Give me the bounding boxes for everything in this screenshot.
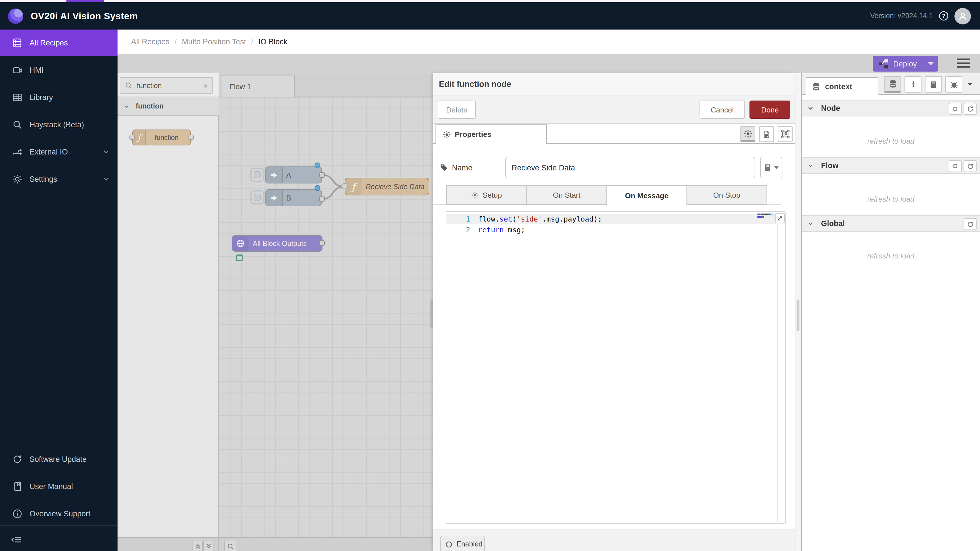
sidebar-item-external-io[interactable]: External IO (0, 139, 118, 164)
app-header: OV20i AI Vision System Version: v2024.14… (0, 2, 980, 30)
sidebar-item-settings[interactable]: Settings (0, 166, 118, 191)
tab-on-start[interactable]: On Start (527, 185, 607, 204)
global-context-placeholder: refresh to load (802, 252, 980, 260)
sidebar-item-software-update[interactable]: Software Update (0, 446, 118, 471)
deploy-dropdown[interactable] (923, 56, 938, 72)
context-section-global[interactable]: Global (802, 215, 980, 232)
node-context-copy-button[interactable] (949, 103, 962, 115)
name-input[interactable] (505, 157, 755, 178)
node-b-output-port[interactable] (319, 196, 325, 202)
dialog-scrollbar[interactable] (795, 73, 800, 551)
link-stub-a[interactable] (250, 167, 264, 182)
canvas-zoom-search-button[interactable] (224, 541, 236, 551)
main-menu-button[interactable] (957, 59, 970, 69)
collapse-sidebar-icon[interactable] (11, 535, 22, 544)
debug-bug-button[interactable] (945, 76, 963, 92)
help-book-button[interactable] (925, 76, 942, 92)
function-input-port[interactable] (342, 183, 347, 189)
code-editor[interactable]: 1 flow.set('side',msg.payload); 2 return… (446, 211, 786, 524)
edit-properties-button[interactable] (740, 126, 755, 142)
sidebar-item-label: User Manual (30, 482, 73, 490)
avatar[interactable] (955, 8, 971, 24)
sidebar-item-library[interactable]: Library (0, 84, 118, 110)
sidebar-item-user-manual[interactable]: User Manual (0, 474, 118, 499)
chevron-down-icon (807, 220, 814, 227)
name-label-options-button[interactable] (760, 157, 783, 178)
global-context-refresh-button[interactable] (964, 218, 977, 230)
canvas-vertical-scrollbar[interactable] (430, 299, 433, 328)
editor-scrollbar[interactable] (777, 225, 778, 522)
cancel-button[interactable]: Cancel (700, 100, 745, 119)
code-line-1[interactable]: 1 flow.set('side',msg.payload); (446, 213, 785, 225)
app-title: OV20i AI Vision System (31, 11, 138, 21)
node-recieve-side-data[interactable]: ƒ Recieve Side Data (345, 178, 429, 196)
tab-properties[interactable]: Properties (436, 124, 547, 144)
palette-expand-all-button[interactable] (203, 541, 213, 551)
function-icon: ƒ (345, 178, 362, 195)
palette-node-function[interactable]: ƒ function (132, 129, 191, 145)
wire-a-to-function[interactable] (323, 175, 342, 186)
context-sidebar: context Node (801, 73, 980, 551)
node-a[interactable]: A (265, 166, 322, 183)
hmi-camera-icon (13, 65, 22, 75)
breadcrumb-separator: / (251, 38, 253, 46)
breadcrumb-all-recipes[interactable]: All Recipes (131, 38, 170, 46)
node-a-changed-dot (315, 162, 320, 168)
palette-category-function[interactable]: function (118, 97, 219, 116)
refresh-icon (13, 454, 22, 464)
book-icon (13, 481, 22, 491)
tab-on-stop[interactable]: On Stop (686, 185, 767, 204)
wire-b-to-function[interactable] (323, 187, 342, 199)
link-stub-b[interactable] (250, 190, 264, 204)
breadcrumb-multo-position-test[interactable]: Multo Position Test (182, 38, 246, 46)
sidebar-tab-row: context (802, 73, 980, 95)
all-block-outputs-output-port[interactable] (319, 240, 325, 246)
palette-collapse-all-button[interactable] (192, 541, 203, 551)
name-label: Name (440, 157, 473, 178)
dialog-header: Edit function node (433, 73, 795, 96)
context-data-button[interactable] (884, 76, 901, 92)
description-button[interactable] (759, 126, 774, 142)
expand-editor-icon[interactable] (775, 213, 785, 223)
tab-context[interactable]: context (806, 77, 878, 95)
sidebar-item-label: Haystack (Beta) (30, 120, 84, 129)
appearance-button[interactable] (778, 126, 792, 142)
flow-context-placeholder: refresh to load (802, 195, 980, 203)
palette-search-input[interactable] (136, 81, 203, 90)
version-label: Version: v2024.14.1 (870, 12, 933, 20)
section-title: Flow (821, 161, 838, 170)
done-button[interactable]: Done (749, 100, 791, 119)
help-icon[interactable]: ? (939, 11, 949, 21)
code-minimap[interactable] (757, 213, 774, 222)
sidebar-item-overview-support[interactable]: Overview Support (0, 501, 118, 526)
clear-search-icon[interactable]: × (203, 81, 208, 89)
node-b[interactable]: B (265, 189, 322, 206)
tab-on-message[interactable]: On Message (606, 185, 687, 205)
node-status-green-square (235, 255, 243, 261)
enabled-toggle-button[interactable]: Enabled (440, 536, 485, 551)
node-context-refresh-button[interactable] (964, 103, 977, 115)
code-line-2[interactable]: 2 return msg; (446, 225, 785, 235)
dialog-scrollbar-thumb[interactable] (797, 300, 799, 331)
section-title: Node (821, 104, 840, 113)
node-label: All Block Outputs (253, 236, 320, 251)
delete-button[interactable]: Delete (438, 100, 476, 119)
sidebar-options-caret[interactable] (967, 82, 973, 86)
sidebar-item-all-recipes[interactable]: All Recipes (0, 30, 118, 56)
info-button[interactable] (905, 76, 921, 92)
context-section-node[interactable]: Node (802, 100, 980, 116)
tab-flow-1[interactable]: Flow 1 (221, 76, 295, 97)
deploy-button[interactable]: Deploy (873, 56, 938, 72)
sidebar-item-label: HMI (30, 65, 44, 74)
flow-context-refresh-button[interactable] (964, 160, 977, 172)
sidebar-item-haystack[interactable]: Haystack (Beta) (0, 112, 118, 137)
context-section-flow[interactable]: Flow (802, 158, 980, 174)
node-a-output-port[interactable] (319, 172, 325, 178)
tab-setup[interactable]: Setup (446, 185, 527, 204)
sidebar-item-label: External IO (30, 147, 68, 156)
node-all-block-outputs[interactable]: All Block Outputs (232, 235, 323, 252)
sidebar-item-hmi[interactable]: HMI (0, 57, 118, 82)
flow-canvas[interactable]: A B ƒ Recieve Side Data All Block Output… (219, 97, 433, 537)
flow-context-copy-button[interactable] (949, 160, 962, 172)
palette-search-box[interactable]: × (120, 77, 213, 94)
